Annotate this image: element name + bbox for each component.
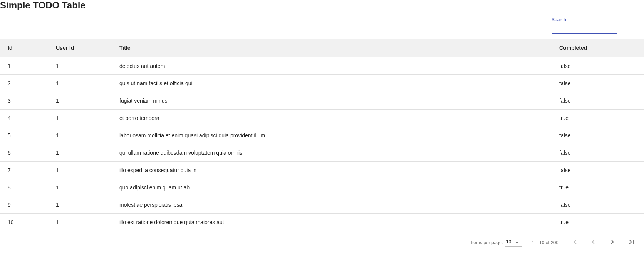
table-row: 21quis ut nam facilis et officia quifals…	[0, 75, 644, 92]
table-row: 81quo adipisci enim quam ut abtrue	[0, 179, 644, 196]
cell-completed: false	[559, 75, 644, 92]
cell-title: molestiae perspiciatis ipsa	[119, 196, 559, 214]
chevron-left-icon	[589, 237, 598, 248]
cell-id: 4	[0, 110, 56, 127]
cell-completed: true	[559, 179, 644, 196]
column-header-user-id[interactable]: User Id	[56, 39, 119, 57]
paginator: Items per page: 10 1 – 10 of 200	[0, 231, 644, 249]
first-page-icon	[569, 237, 579, 248]
cell-id: 10	[0, 214, 56, 231]
cell-user-id: 1	[56, 162, 119, 179]
last-page-icon	[627, 237, 636, 248]
cell-id: 9	[0, 196, 56, 214]
last-page-button[interactable]	[626, 236, 638, 249]
cell-id: 5	[0, 127, 56, 144]
table-row: 31fugiat veniam minusfalse	[0, 92, 644, 110]
range-label: 1 – 10 of 200	[532, 240, 558, 245]
cell-title: et porro tempora	[119, 110, 559, 127]
cell-title: illo est ratione doloremque quia maiores…	[119, 214, 559, 231]
next-page-button[interactable]	[606, 236, 619, 249]
table-row: 61qui ullam ratione quibusdam voluptatem…	[0, 144, 644, 162]
cell-title: delectus aut autem	[119, 57, 559, 75]
cell-title: fugiat veniam minus	[119, 92, 559, 110]
cell-title: illo expedita consequatur quia in	[119, 162, 559, 179]
cell-completed: false	[559, 196, 644, 214]
table-row: 71illo expedita consequatur quia infalse	[0, 162, 644, 179]
page-size-select[interactable]: 10	[505, 238, 522, 247]
search-field: Search	[552, 17, 617, 34]
cell-user-id: 1	[56, 75, 119, 92]
chevron-right-icon	[608, 237, 617, 248]
cell-completed: true	[559, 110, 644, 127]
cell-id: 6	[0, 144, 56, 162]
cell-id: 7	[0, 162, 56, 179]
items-per-page-label: Items per page:	[471, 240, 503, 245]
table-row: 41et porro temporatrue	[0, 110, 644, 127]
cell-user-id: 1	[56, 196, 119, 214]
cell-completed: false	[559, 57, 644, 75]
cell-user-id: 1	[56, 179, 119, 196]
page-title: Simple TODO Table	[0, 0, 644, 14]
cell-user-id: 1	[56, 110, 119, 127]
table-row: 11delectus aut autemfalse	[0, 57, 644, 75]
table-header-row: Id User Id Title Completed	[0, 39, 644, 57]
cell-completed: false	[559, 144, 644, 162]
cell-id: 3	[0, 92, 56, 110]
cell-completed: true	[559, 214, 644, 231]
cell-title: quo adipisci enim quam ut ab	[119, 179, 559, 196]
cell-user-id: 1	[56, 127, 119, 144]
column-header-completed[interactable]: Completed	[559, 39, 644, 57]
first-page-button[interactable]	[568, 236, 580, 249]
search-label: Search	[552, 17, 617, 22]
cell-id: 1	[0, 57, 56, 75]
cell-id: 8	[0, 179, 56, 196]
cell-completed: false	[559, 127, 644, 144]
todo-table: Id User Id Title Completed 11delectus au…	[0, 39, 644, 231]
table-row: 91molestiae perspiciatis ipsafalse	[0, 196, 644, 214]
cell-user-id: 1	[56, 144, 119, 162]
column-header-title[interactable]: Title	[119, 39, 559, 57]
cell-completed: false	[559, 92, 644, 110]
column-header-id[interactable]: Id	[0, 39, 56, 57]
cell-title: laboriosam mollitia et enim quasi adipis…	[119, 127, 559, 144]
cell-id: 2	[0, 75, 56, 92]
cell-user-id: 1	[56, 57, 119, 75]
cell-title: quis ut nam facilis et officia qui	[119, 75, 559, 92]
previous-page-button[interactable]	[587, 236, 599, 249]
table-row: 101illo est ratione doloremque quia maio…	[0, 214, 644, 231]
table-row: 51laboriosam mollitia et enim quasi adip…	[0, 127, 644, 144]
cell-user-id: 1	[56, 214, 119, 231]
page-size-value: 10	[506, 239, 511, 245]
cell-title: qui ullam ratione quibusdam voluptatem q…	[119, 144, 559, 162]
cell-completed: false	[559, 162, 644, 179]
cell-user-id: 1	[56, 92, 119, 110]
search-input[interactable]	[552, 23, 617, 34]
dropdown-icon	[515, 239, 519, 245]
